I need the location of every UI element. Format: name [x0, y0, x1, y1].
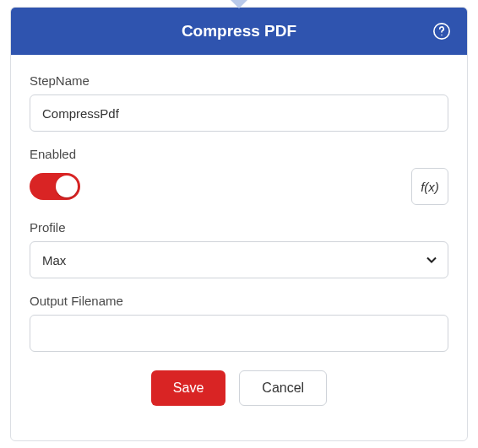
flow-connector-arrow	[231, 0, 247, 8]
stepname-label: StepName	[30, 73, 448, 88]
stepname-input[interactable]	[30, 94, 448, 132]
output-filename-input[interactable]	[30, 315, 448, 352]
profile-label: Profile	[30, 220, 448, 235]
field-enabled: Enabled f(x)	[30, 147, 448, 205]
output-filename-label: Output Filename	[30, 294, 448, 308]
field-profile: Profile Max	[30, 220, 448, 278]
help-icon	[432, 22, 451, 40]
help-button[interactable]	[432, 21, 452, 41]
cancel-button[interactable]: Cancel	[239, 370, 327, 406]
profile-select[interactable]: Max	[30, 241, 448, 278]
card-footer: Save Cancel	[30, 367, 448, 406]
svg-point-1	[441, 35, 442, 35]
step-card: Compress PDF StepName Enabled f(x) Pro	[10, 7, 468, 441]
enabled-row: f(x)	[30, 168, 448, 205]
profile-select-wrap: Max	[30, 241, 448, 278]
field-stepname: StepName	[30, 73, 448, 132]
card-title: Compress PDF	[182, 22, 296, 40]
enabled-label: Enabled	[30, 147, 448, 161]
card-header: Compress PDF	[11, 8, 467, 55]
card-body: StepName Enabled f(x) Profile Max	[11, 55, 467, 418]
expression-button[interactable]: f(x)	[411, 168, 448, 205]
enabled-toggle[interactable]	[30, 173, 80, 200]
field-output-filename: Output Filename	[30, 294, 448, 352]
toggle-knob	[56, 175, 78, 197]
save-button[interactable]: Save	[151, 370, 225, 406]
